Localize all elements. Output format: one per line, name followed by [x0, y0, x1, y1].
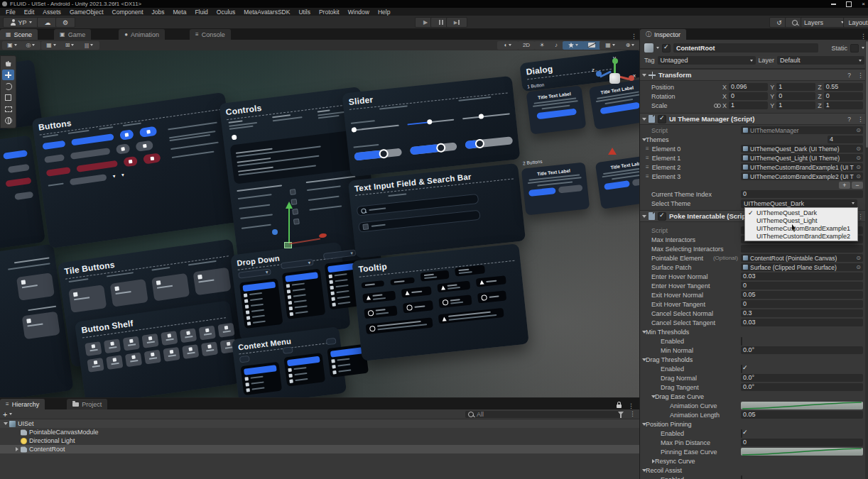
hierarchy-item-directional-light[interactable]: Directional Light [0, 436, 639, 445]
grid-visibility-dropdown[interactable]: ▦ [600, 41, 621, 50]
value-field[interactable]: 0.0° [741, 383, 863, 391]
inspector-menu-icon[interactable]: ⋮ [858, 33, 868, 40]
axis-field[interactable]: 1 [776, 101, 815, 109]
menu-utils[interactable]: Utils [294, 9, 315, 16]
curve-field[interactable] [741, 402, 863, 409]
menu-edit[interactable]: Edit [20, 9, 39, 16]
axis-field[interactable]: 1 [729, 101, 768, 109]
object-field[interactable]: Surface (Clipped Plane Surface)⊙ [741, 263, 863, 271]
dialog-card[interactable]: Title Text Label [521, 162, 590, 215]
scene-panel-slider[interactable]: Slider [342, 76, 520, 177]
object-field[interactable]: UIThemeQuest_Dark (UI Theme)⊙ [741, 145, 863, 153]
lighting-toggle[interactable]: ☀ [534, 41, 550, 50]
scene-panel-text-input[interactable]: Text Input Field & Search Bar [348, 163, 526, 258]
foldout-drag-thresholds[interactable]: Drag Thresholds [640, 356, 741, 363]
layers-dropdown[interactable]: Layers [801, 17, 847, 28]
axis-field[interactable]: 0 [824, 92, 863, 100]
menu-gameobject[interactable]: GameObject [65, 9, 108, 16]
help-icon[interactable]: ? [847, 116, 851, 123]
gizmos-dropdown[interactable]: ⊕ [619, 41, 641, 50]
static-checkbox[interactable] [850, 44, 859, 53]
axis-field[interactable]: 0.55 [824, 83, 863, 91]
active-checkbox[interactable] [662, 44, 671, 53]
inspector-scrollbar[interactable] [865, 40, 868, 479]
snap-dropdown[interactable]: ⊞ [60, 41, 80, 50]
audio-toggle[interactable]: ♪ [548, 41, 564, 50]
maximize-button[interactable] [846, 1, 852, 7]
value-field[interactable]: 0.05 [741, 291, 863, 299]
tab-animation[interactable]: ●Animation [119, 29, 166, 40]
grid-snap-dropdown[interactable]: ▦ [41, 41, 61, 50]
visibility-toggle[interactable] [582, 41, 601, 50]
scene-panel-buttons[interactable]: Buttons ▾▾ [32, 92, 243, 248]
scale-tool[interactable] [2, 92, 14, 103]
services-button[interactable]: ⚙ [55, 17, 75, 28]
tab-scene[interactable]: ▦Scene [0, 29, 38, 40]
scene-tab-menu-icon[interactable]: ⋮ [629, 33, 639, 40]
foldout-recoil-assist[interactable]: Recoil Assist [640, 467, 741, 474]
foldout-resync-curve[interactable]: Resync Curve [640, 458, 741, 465]
dropdown-option-uithemequest-dark[interactable]: ✓UIThemeQuest_Dark [745, 209, 857, 216]
axis-field[interactable]: 1 [824, 101, 863, 109]
gameobject-name-field[interactable]: ContentRoot [673, 43, 818, 53]
value-field[interactable]: 0.03 [741, 272, 863, 280]
object-picker-icon[interactable]: ⊙ [856, 264, 861, 270]
hierarchy-menu-icon[interactable]: ⋮ [626, 402, 636, 409]
drag-handle-icon[interactable]: ≡ [646, 173, 649, 180]
rotate-tool[interactable] [2, 81, 14, 92]
value-field[interactable]: 0.03 [741, 319, 863, 326]
menu-oculus[interactable]: Oculus [212, 9, 239, 16]
value-field[interactable]: 0 [741, 190, 863, 198]
minimize-button[interactable] [831, 4, 836, 5]
array-size-field[interactable]: 4 [828, 136, 863, 143]
value-field[interactable]: 0.3 [741, 309, 863, 317]
scene-panel-tooltip[interactable]: Tooltip [352, 243, 529, 361]
drag-handle-icon[interactable]: ≡ [646, 164, 649, 170]
select-theme-dropdown[interactable]: UIThemeQuest_Dark [741, 199, 857, 208]
add-button[interactable]: + [3, 411, 7, 418]
menu-help[interactable]: Help [374, 9, 394, 16]
menu-meta[interactable]: Meta [169, 9, 191, 16]
value-field[interactable]: 0.0° [741, 374, 863, 382]
object-field[interactable]: ContentRoot (Pointable Canvas)⊙ [741, 254, 863, 262]
axis-field[interactable]: 0 [776, 92, 815, 100]
object-field[interactable]: UIThemeQuest_Light (UI Theme)⊙ [741, 154, 863, 162]
object-picker-icon[interactable]: ⊙ [856, 164, 861, 170]
draw-mode-dropdown[interactable]: ◐ [497, 41, 519, 50]
foldout-position-pinning[interactable]: Position Pinning [640, 421, 741, 428]
menu-jobs[interactable]: Jobs [148, 9, 169, 16]
object-field[interactable]: UIThemeCustomBrandExample1 (UI Theme)⊙ [741, 163, 863, 171]
component-menu-icon[interactable]: ⋮ [855, 72, 866, 79]
tab-inspector[interactable]: ⓘInspector [640, 29, 687, 40]
theme-manager-component-header[interactable]: UI Theme Manager (Script) ?⋮ [640, 113, 868, 125]
hierarchy-search-input[interactable]: All [465, 411, 622, 418]
close-button[interactable]: × [862, 1, 865, 7]
checkbox[interactable] [741, 365, 742, 373]
layout-dropdown[interactable]: Layout [843, 17, 868, 28]
2d-toggle[interactable]: 2D [518, 41, 535, 50]
help-icon[interactable]: ? [847, 72, 851, 79]
object-field[interactable]: UIThemeCustomBrandExample2 (UI Theme)⊙ [741, 172, 863, 180]
checkbox[interactable] [741, 475, 742, 479]
hierarchy-item-contentroot[interactable]: ContentRoot [0, 445, 639, 453]
chevron-down-icon[interactable] [862, 47, 864, 49]
checkbox[interactable] [741, 337, 742, 346]
value-field[interactable]: 0 [741, 439, 863, 446]
menu-component[interactable]: Component [108, 9, 148, 16]
move-tool[interactable] [2, 70, 14, 80]
lock-icon[interactable] [617, 404, 622, 408]
component-menu-icon[interactable]: ⋮ [855, 116, 866, 123]
foldout-min-thresholds[interactable]: Min Thresholds [640, 329, 741, 336]
menu-assets[interactable]: Assets [38, 9, 65, 16]
align-dropdown[interactable]: ||| [78, 41, 99, 50]
drag-handle-icon[interactable]: ≡ [646, 145, 649, 152]
object-picker-icon[interactable]: ⊙ [856, 127, 861, 133]
hierarchy-item-pointablecanvasmodule[interactable]: PointableCanvasModule [0, 428, 639, 436]
chevron-down-icon[interactable] [9, 413, 12, 415]
dialog-card[interactable]: Title Text Label [526, 85, 587, 134]
object-picker-icon[interactable]: ⊙ [856, 173, 861, 180]
chevron-down-icon[interactable] [656, 47, 659, 49]
object-picker-icon[interactable]: ⊙ [856, 155, 861, 161]
component-enabled-checkbox[interactable] [658, 115, 666, 123]
tool-handle-dropdown[interactable]: ▣ [2, 41, 22, 50]
